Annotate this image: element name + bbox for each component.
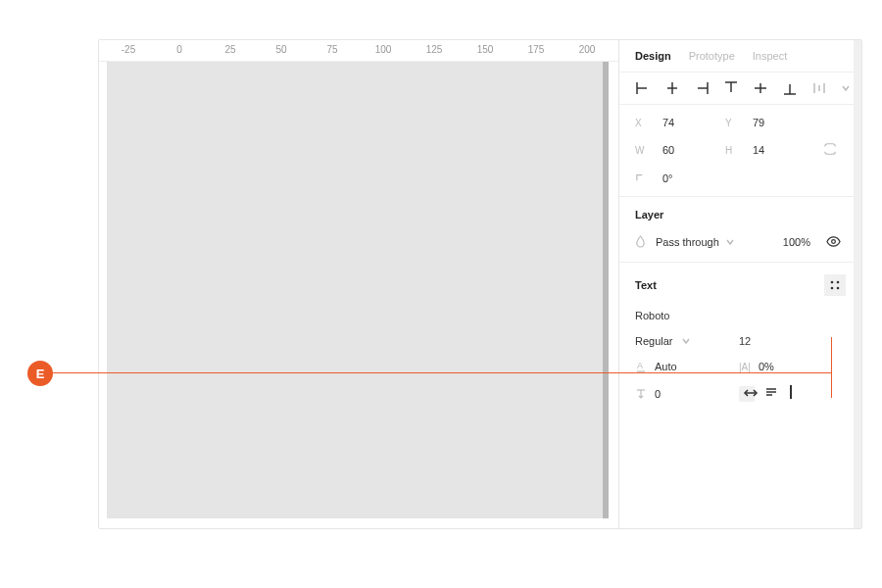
blend-mode-select[interactable]: Pass through [656,236,773,248]
panel-tabs: Design Prototype Inspect [619,40,861,73]
distribute-chevron-icon[interactable] [841,83,851,93]
annotation-badge: E [27,361,53,386]
y-label: Y [725,118,739,128]
text-section: Text Roboto Regular 12 [619,263,861,414]
inspector-panel: Design Prototype Inspect [618,40,861,528]
text-title: Text [635,279,657,291]
h-value[interactable]: 14 [753,144,802,156]
text-type-settings-button[interactable] [824,274,846,296]
ruler-tick: 0 [176,44,182,55]
letter-spacing-value[interactable]: 0% [759,361,774,372]
svg-point-16 [831,281,834,284]
letter-spacing-icon: |A| [739,362,751,372]
y-value[interactable]: 79 [753,117,802,128]
ruler-tick: 150 [477,44,494,55]
layer-section: Layer Pass through 100% [619,197,861,263]
ruler-tick: 75 [326,44,337,55]
annotation-line-end [831,337,832,398]
canvas-area[interactable] [107,62,609,518]
align-top-icon[interactable] [723,80,739,96]
ruler-tick: 25 [224,44,235,55]
fixed-size-icon[interactable] [790,386,806,402]
position-section: X 74 Y 79 W 60 H 14 0° [619,105,861,197]
w-value[interactable]: 60 [662,144,711,156]
svg-point-15 [832,240,836,244]
ruler-tick: 50 [275,44,286,55]
svg-text:A: A [637,361,643,370]
x-label: X [635,118,649,128]
align-bottom-icon[interactable] [782,80,798,96]
ruler-tick: -25 [122,44,135,55]
align-left-icon[interactable] [635,80,651,96]
svg-point-19 [837,287,840,290]
constrain-proportions-icon[interactable] [823,142,839,158]
rotation-icon [635,172,649,184]
ruler-tick: 200 [579,44,596,55]
auto-width-icon[interactable] [739,386,755,402]
ruler-tick: 100 [375,44,392,55]
auto-height-icon[interactable] [764,386,780,402]
ruler-tick: 175 [528,44,545,55]
paragraph-spacing-icon [635,388,647,400]
align-hcenter-icon[interactable] [664,80,680,96]
horizontal-ruler: -25 0 25 50 75 100 125 150 175 200 [99,40,618,62]
annotation-letter: E [36,367,45,381]
layer-title: Layer [635,209,846,220]
paragraph-spacing-value[interactable]: 0 [655,388,661,400]
rotation-value[interactable]: 0° [662,172,711,184]
svg-point-18 [831,287,834,290]
font-weight-value: Regular [635,335,673,347]
svg-point-17 [837,281,840,284]
opacity-value[interactable]: 100% [783,236,810,248]
canvas-scrollbar[interactable] [603,62,609,518]
tab-prototype[interactable]: Prototype [689,50,735,62]
line-height-value[interactable]: Auto [655,361,677,372]
blend-mode-value: Pass through [656,236,719,248]
tab-design[interactable]: Design [635,50,671,62]
align-vcenter-icon[interactable] [753,80,768,96]
font-weight-select[interactable]: Regular [635,335,729,347]
x-value[interactable]: 74 [662,117,711,128]
visibility-eye-icon[interactable] [826,234,842,250]
font-family-select[interactable]: Roboto [635,310,846,321]
annotation-line [53,372,831,373]
alignment-toolbar [619,73,861,105]
app-window: -25 0 25 50 75 100 125 150 175 200 Desig… [98,39,862,529]
tab-inspect[interactable]: Inspect [753,50,787,62]
distribute-icon[interactable] [811,80,827,96]
ruler-tick: 125 [426,44,443,55]
blend-drop-icon [635,235,646,250]
w-label: W [635,145,649,156]
font-size-value[interactable]: 12 [739,335,751,347]
h-label: H [725,145,739,156]
line-height-icon: A [635,361,647,372]
align-right-icon[interactable] [694,80,710,96]
panel-scrollbar[interactable] [854,40,861,528]
